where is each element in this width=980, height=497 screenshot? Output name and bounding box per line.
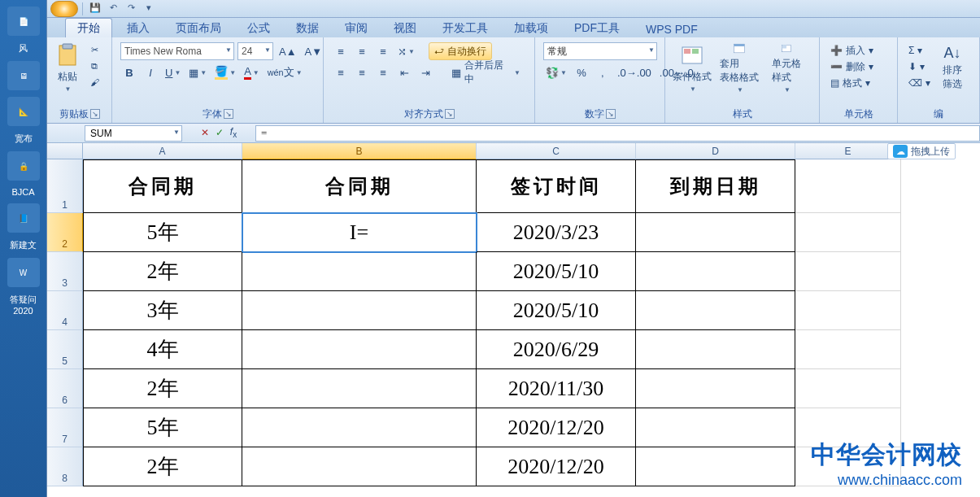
cell[interactable]: 3年 [83,291,242,330]
column-header[interactable]: C [477,143,636,159]
cell[interactable]: 2020/3/23 [477,213,636,252]
cell[interactable] [242,369,477,408]
cell[interactable] [795,330,901,369]
tab-view[interactable]: 视图 [382,19,428,37]
format-painter-icon[interactable]: 🖌 [85,75,103,89]
formula-input[interactable]: = [255,125,980,142]
tab-wps-pdf[interactable]: WPS PDF [634,20,709,37]
increase-indent-icon[interactable]: ⇥ [416,63,434,81]
fill-button[interactable]: ⬇▾ [906,59,933,75]
number-format-combo[interactable]: 常规▼ [543,42,657,60]
comma-style-icon[interactable]: , [594,63,612,81]
select-all-corner[interactable] [47,143,83,159]
tab-insert[interactable]: 插入 [115,19,161,37]
dialog-launcher-icon[interactable]: ↘ [224,109,233,119]
tab-developer[interactable]: 开发工具 [431,19,499,37]
cell[interactable]: 2020/6/29 [477,330,636,369]
italic-button[interactable]: I [142,63,159,81]
phonetic-button[interactable]: wén文▼ [265,63,305,81]
cell-styles-button[interactable]: 单元格 样式▼ [764,41,808,94]
decrease-indent-icon[interactable]: ⇤ [395,63,413,81]
fx-icon[interactable]: fx [230,126,237,139]
cell[interactable] [242,252,477,291]
tab-pdf-tools[interactable]: PDF工具 [563,19,631,37]
undo-icon[interactable]: ↶ [105,2,121,15]
border-button[interactable]: ▦▼ [186,63,209,81]
desktop-icon[interactable]: 📐 [7,97,40,126]
cell[interactable]: 2020/12/20 [477,408,636,447]
insert-button[interactable]: ➕插入▾ [828,42,876,59]
cell[interactable] [242,408,477,447]
percent-icon[interactable]: % [573,63,590,81]
cell[interactable]: 2年 [83,369,242,408]
column-header[interactable]: E [795,143,901,159]
cell[interactable] [636,447,795,486]
shrink-font-icon[interactable]: A▼ [303,42,325,60]
increase-decimal-icon[interactable]: .0→.00 [615,63,654,81]
cell[interactable]: 4年 [83,330,242,369]
cell[interactable] [636,252,795,291]
cell[interactable]: 到期日期 [636,159,795,213]
column-header[interactable]: B [242,143,477,159]
tab-page-layout[interactable]: 页面布局 [164,19,233,37]
row-header[interactable]: 3 [47,252,83,291]
row-header[interactable]: 1 [47,159,83,213]
tab-data[interactable]: 数据 [285,19,330,37]
cell[interactable]: 2年 [83,252,242,291]
merge-center-button[interactable]: ▦合并后居中▼ [446,63,526,81]
tab-review[interactable]: 审阅 [333,19,379,37]
cell[interactable] [636,408,795,447]
cell[interactable] [636,330,795,369]
cell[interactable] [636,369,795,408]
cell[interactable]: 5年 [83,408,242,447]
cell[interactable]: 2年 [83,447,242,486]
cell[interactable] [636,291,795,330]
desktop-icon[interactable]: 📘 [7,203,40,233]
format-button[interactable]: ▤格式▾ [828,75,876,91]
redo-icon[interactable]: ↷ [123,2,139,15]
row-header[interactable]: 8 [47,447,83,486]
cut-icon[interactable]: ✂ [85,42,103,57]
grow-font-icon[interactable]: A▲ [277,42,299,60]
cell[interactable] [795,369,901,408]
tab-home[interactable]: 开始 [65,18,112,37]
save-icon[interactable]: 💾 [87,2,103,15]
cell[interactable]: 合同期 [242,159,477,213]
cell[interactable]: 合同期 [83,159,242,213]
cell[interactable] [795,159,901,213]
cell[interactable]: 2020/5/10 [477,291,636,330]
column-header[interactable]: A [83,143,242,159]
desktop-icon[interactable]: 🖥 [7,61,40,90]
desktop-icon[interactable]: 📄 [7,7,40,36]
desktop-icon[interactable]: 🔒 [7,151,40,181]
delete-button[interactable]: ➖删除▾ [828,59,876,75]
name-box[interactable]: SUM▼ [85,125,182,142]
bold-button[interactable]: B [120,63,138,81]
align-right-icon[interactable]: ≡ [374,63,392,81]
font-size-combo[interactable]: 24▼ [237,42,273,60]
copy-icon[interactable]: ⧉ [85,59,103,73]
cell[interactable] [795,213,901,252]
cell[interactable] [795,252,901,291]
tab-formulas[interactable]: 公式 [236,19,281,37]
cell[interactable]: 2020/12/20 [477,447,636,486]
desktop-icon[interactable]: W [7,258,40,287]
format-table-button[interactable]: 套用 表格格式▼ [714,41,764,94]
cell[interactable] [636,213,795,252]
cell[interactable]: 2020/11/30 [477,369,636,408]
office-button[interactable] [50,1,78,17]
conditional-format-button[interactable]: 条件格式▼ [670,41,714,94]
row-header[interactable]: 4 [47,291,83,330]
dialog-launcher-icon[interactable]: ↘ [90,109,100,119]
row-header[interactable]: 7 [47,408,83,447]
cell[interactable] [242,330,477,369]
accounting-format-icon[interactable]: 💱▼ [543,63,569,81]
font-color-button[interactable]: A▼ [242,63,262,81]
align-left-icon[interactable]: ≡ [332,63,350,81]
align-top-icon[interactable]: ≡ [332,42,350,60]
cell[interactable]: 2020/5/10 [477,252,636,291]
cell[interactable] [795,291,901,330]
cell[interactable]: I= [242,213,477,252]
font-name-combo[interactable]: Times New Roma▼ [120,42,234,60]
align-middle-icon[interactable]: ≡ [353,42,371,60]
